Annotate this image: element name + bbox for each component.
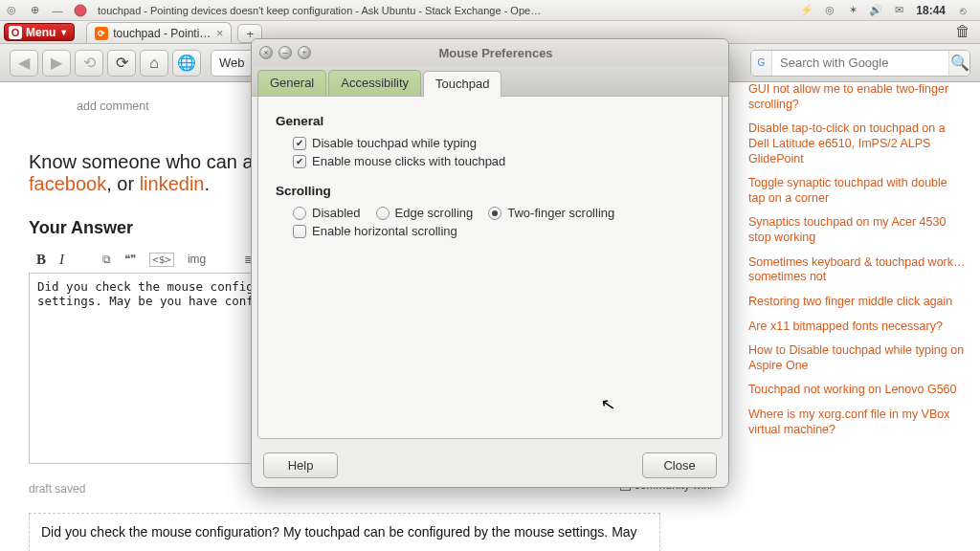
label-scroll-twofinger: Two-finger scrolling bbox=[507, 206, 614, 220]
sync-icon[interactable]: ◎ bbox=[821, 2, 838, 19]
mouse-preferences-dialog: × – + Mouse Preferences General Accessib… bbox=[251, 38, 729, 488]
related-link[interactable]: Where is my xorg.conf file in my VBox vi… bbox=[748, 408, 967, 437]
site-info-button[interactable]: 🌐 bbox=[172, 50, 201, 77]
minimize-icon[interactable]: — bbox=[49, 2, 66, 19]
option-horizontal-scrolling[interactable]: Enable horizontal scrolling bbox=[293, 224, 704, 238]
opera-menu-button[interactable]: O Menu ▼ bbox=[4, 23, 75, 41]
google-provider-icon[interactable]: G bbox=[751, 51, 772, 76]
volume-icon[interactable]: 🔊 bbox=[867, 2, 884, 19]
label-disable-while-typing: Disable touchpad while typing bbox=[312, 136, 477, 150]
mail-icon[interactable]: ✉ bbox=[890, 2, 907, 19]
app-menu-icon[interactable]: ◎ bbox=[3, 2, 20, 19]
session-icon[interactable]: ⎋ bbox=[954, 2, 971, 19]
rewind-button[interactable]: ⟲ bbox=[75, 50, 103, 77]
forward-button[interactable]: ▶ bbox=[42, 50, 71, 77]
checkbox-disable-while-typing[interactable]: ✔ bbox=[293, 137, 306, 150]
reload-button[interactable]: ⟳ bbox=[107, 50, 136, 77]
radio-scroll-disabled[interactable] bbox=[293, 207, 306, 220]
trash-icon[interactable]: 🗑 bbox=[955, 23, 974, 42]
opera-logo-icon: O bbox=[9, 26, 22, 39]
search-input[interactable] bbox=[772, 55, 948, 70]
code-button[interactable]: <$> bbox=[149, 253, 174, 267]
label-horizontal-scrolling: Enable horizontal scrolling bbox=[312, 224, 457, 238]
dialog-tabs: General Accessibility Touchpad bbox=[252, 66, 728, 97]
system-panel: ◎ ⊕ — touchpad - Pointing devices doesn'… bbox=[0, 0, 980, 21]
chevron-down-icon: ▼ bbox=[59, 28, 68, 37]
preview-text: Did you check the mouse configuration? M… bbox=[41, 524, 637, 540]
related-link[interactable]: Touchpad not working on Lenovo G560 bbox=[748, 383, 967, 398]
bold-button[interactable]: B bbox=[36, 252, 46, 268]
help-button[interactable]: Help bbox=[263, 452, 338, 478]
related-link[interactable]: Toggle synaptic touchpad with double tap… bbox=[748, 176, 967, 206]
section-general-heading: General bbox=[276, 114, 704, 128]
answer-preview: Did you check the mouse configuration? M… bbox=[29, 513, 660, 551]
related-link[interactable]: Restoring two finger middle click again bbox=[748, 295, 967, 310]
related-link[interactable]: Disable tap-to-click on touchpad on a De… bbox=[748, 121, 967, 166]
tab-accessibility[interactable]: Accessibility bbox=[328, 70, 421, 96]
share-linkedin-link[interactable]: linkedin bbox=[140, 173, 205, 194]
tab-title: touchpad - Pointi… bbox=[113, 27, 211, 40]
tab-touchpad[interactable]: Touchpad bbox=[423, 71, 501, 97]
window-title: touchpad - Pointing devices doesn't keep… bbox=[98, 5, 795, 16]
option-disable-while-typing[interactable]: ✔ Disable touchpad while typing bbox=[293, 136, 704, 150]
tab-strip: ⟳ touchpad - Pointi… × + bbox=[86, 21, 262, 43]
checkbox-horizontal-scrolling[interactable] bbox=[293, 225, 306, 238]
home-button[interactable]: ⌂ bbox=[140, 50, 168, 77]
label-scroll-edge: Edge scrolling bbox=[395, 206, 474, 220]
checkbox-mouse-clicks[interactable]: ✔ bbox=[293, 155, 306, 168]
label-scroll-disabled: Disabled bbox=[312, 206, 361, 220]
search-box: G 🔍 bbox=[750, 50, 970, 77]
back-button[interactable]: ◀ bbox=[10, 50, 38, 77]
address-label: Web bbox=[219, 55, 245, 70]
share-prompt-prefix: Know someone who can ans bbox=[29, 151, 274, 172]
radio-scroll-twofinger[interactable] bbox=[488, 207, 501, 220]
link-button[interactable]: ⧉ bbox=[102, 253, 111, 266]
image-button[interactable]: img bbox=[188, 253, 206, 266]
dialog-footer: Help Close bbox=[252, 443, 728, 487]
dialog-title: Mouse Preferences bbox=[271, 46, 721, 60]
clock[interactable]: 18:44 bbox=[916, 4, 946, 17]
browser-tab[interactable]: ⟳ touchpad - Pointi… × bbox=[86, 22, 232, 43]
related-link[interactable]: Sometimes keyboard & touchpad work… some… bbox=[748, 255, 967, 285]
close-button[interactable]: Close bbox=[642, 452, 717, 478]
dialog-body: General ✔ Disable touchpad while typing … bbox=[257, 97, 723, 439]
section-scrolling-heading: Scrolling bbox=[276, 184, 704, 198]
italic-button[interactable]: I bbox=[59, 252, 64, 268]
related-link[interactable]: GUI not allow me to enable two-finger sc… bbox=[748, 82, 967, 112]
related-sidebar: GUI not allow me to enable two-finger sc… bbox=[741, 82, 980, 551]
quote-button[interactable]: ❝❞ bbox=[124, 253, 136, 266]
label-mouse-clicks: Enable mouse clicks with touchpad bbox=[312, 154, 505, 168]
dialog-titlebar[interactable]: × – + Mouse Preferences bbox=[252, 39, 728, 66]
option-mouse-clicks[interactable]: ✔ Enable mouse clicks with touchpad bbox=[293, 154, 704, 168]
related-link[interactable]: How to Disable touchpad while typing on … bbox=[748, 343, 967, 373]
opera-window-icon[interactable] bbox=[72, 2, 89, 19]
wifi-icon[interactable]: ✶ bbox=[844, 2, 861, 19]
tab-general[interactable]: General bbox=[257, 70, 326, 96]
related-link[interactable]: Synaptics touchpad on my Acer 4530 stop … bbox=[748, 215, 967, 245]
share-facebook-link[interactable]: facebook bbox=[29, 173, 106, 194]
radio-scroll-edge[interactable] bbox=[376, 207, 390, 220]
bolt-icon[interactable]: ⚡ bbox=[798, 2, 815, 19]
plus-icon[interactable]: ⊕ bbox=[26, 2, 43, 19]
askubuntu-favicon-icon: ⟳ bbox=[95, 27, 108, 40]
svg-point-0 bbox=[75, 5, 86, 16]
scrolling-radio-group: Disabled Edge scrolling Two-finger scrol… bbox=[293, 206, 704, 220]
related-link[interactable]: Are x11 bitmapped fonts necessary? bbox=[748, 320, 967, 335]
search-go-button[interactable]: 🔍 bbox=[948, 51, 969, 76]
tab-close-icon[interactable]: × bbox=[216, 27, 223, 40]
opera-menu-label: Menu bbox=[26, 26, 56, 39]
